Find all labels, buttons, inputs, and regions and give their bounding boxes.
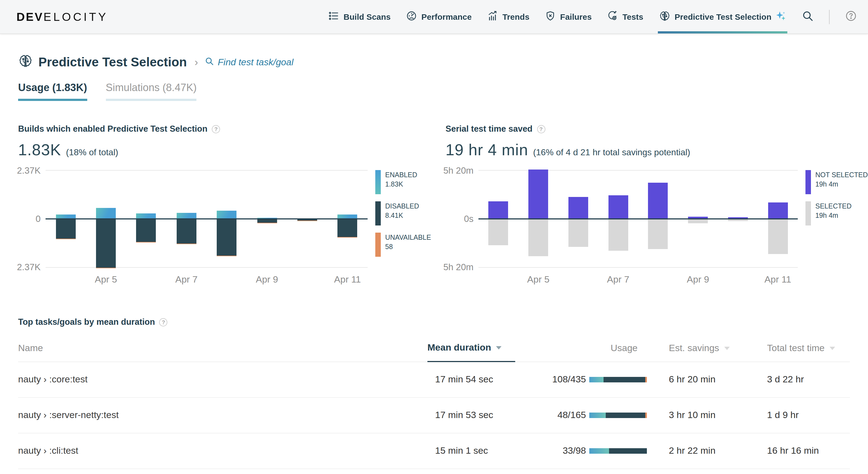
nav-item-label: Performance — [422, 12, 472, 22]
table-row[interactable]: nauty › :core:test17 min 54 sec108/4356 … — [18, 362, 850, 398]
unavailable-bar — [136, 242, 156, 243]
unavailable-bar — [338, 237, 358, 237]
charts-row: Builds which enabled Predictive Test Sel… — [18, 124, 850, 287]
y-tick: 2.37K — [17, 262, 40, 273]
selected-bar — [568, 219, 588, 247]
usage-bar-selected-segment — [589, 413, 606, 418]
disabled-bar — [217, 219, 237, 256]
y-axis: 5h 20m 0s 5h 20m — [445, 170, 478, 268]
table-row[interactable]: nauty › :server-netty:test17 min 53 sec4… — [18, 398, 850, 433]
unavailable-bar — [56, 239, 75, 239]
nav-item-trends[interactable]: Trends — [487, 0, 529, 33]
usage-bar — [589, 377, 647, 382]
nav-item-build-scans[interactable]: Build Scans — [328, 0, 391, 33]
est-savings-value: 6 hr 20 min — [663, 374, 762, 385]
column-header-total-test-time[interactable]: Total test time — [762, 333, 850, 361]
usage-bar-remaining-segment — [609, 448, 647, 454]
help-button[interactable] — [845, 9, 857, 24]
selected-bar — [528, 219, 548, 256]
legend-item-not-selected: NOT SELECTED19h 4m — [805, 170, 850, 194]
x-tick-label: Apr 5 — [95, 274, 117, 285]
help-tooltip-icon[interactable]: ? — [537, 125, 545, 133]
time-saved-chart-legend: NOT SELECTED19h 4mSELECTED19h 4m — [798, 170, 850, 287]
help-tooltip-icon[interactable]: ? — [212, 125, 220, 133]
mean-duration-value: 17 min 53 sec — [427, 410, 515, 421]
time-saved-chart-block: Serial test time saved ? 19 hr 4 min (16… — [445, 124, 850, 287]
total-test-time-value: 1 d 9 hr — [762, 410, 850, 421]
nav-active-underline — [658, 31, 787, 33]
usage-ratio: 108/435 — [552, 374, 586, 385]
unavailable-bar — [217, 256, 237, 256]
time-saved-chart-value: 19 hr 4 min — [445, 141, 528, 159]
nav-item-predictive-test-selection[interactable]: Predictive Test Selection — [659, 0, 786, 33]
legend-swatch — [805, 201, 811, 225]
brain-icon — [18, 54, 33, 71]
nav-item-label: Build Scans — [343, 12, 391, 22]
y-tick: 0s — [464, 214, 473, 224]
gauge-icon — [406, 10, 417, 23]
enabled-bar — [177, 213, 196, 218]
not-selected-bar — [528, 169, 548, 218]
column-header-est-savings[interactable]: Est. savings — [663, 333, 762, 361]
nav-item-tests[interactable]: Tests — [607, 0, 643, 33]
find-link-label: Find test task/goal — [218, 57, 293, 68]
y-tick: 5h 20m — [443, 165, 473, 176]
search-button[interactable] — [802, 9, 814, 24]
x-tick-label: Apr 11 — [764, 274, 791, 285]
zero-axis-line — [478, 218, 798, 219]
legend-swatch — [375, 201, 381, 225]
nav-item-label: Trends — [502, 12, 529, 22]
help-icon — [845, 9, 857, 24]
builds-chart-value: 1.83K — [18, 141, 61, 159]
tab-label: Usage (1.83K) — [18, 82, 87, 94]
nav-item-failures[interactable]: Failures — [545, 0, 592, 33]
not-selected-bar — [568, 197, 588, 218]
sort-icon — [830, 346, 835, 350]
tab-simulations[interactable]: Simulations (8.47K) — [105, 82, 197, 101]
x-tick-label: Apr 7 — [175, 274, 197, 285]
legend-item-selected: SELECTED19h 4m — [805, 201, 850, 225]
usage-ratio: 33/98 — [563, 445, 586, 456]
usage-bar-unavailable-segment — [646, 377, 647, 382]
task-name: nauty › :core:test — [18, 374, 427, 385]
nav-item-performance[interactable]: Performance — [406, 0, 472, 33]
enabled-bar — [217, 211, 237, 218]
top-tasks-table-section: Top tasks/goals by mean duration ? Name … — [18, 317, 850, 469]
task-name: nauty › :server-netty:test — [18, 410, 427, 421]
disabled-bar — [96, 219, 116, 268]
tab-underline — [18, 99, 87, 101]
tab-underline — [105, 99, 197, 101]
time-saved-chart-title: Serial test time saved — [445, 124, 532, 134]
column-header-usage: Usage — [515, 333, 663, 361]
disabled-bar — [56, 219, 75, 239]
unavailable-bar — [257, 223, 277, 223]
sort-desc-icon — [496, 346, 501, 349]
x-tick-label: Apr 7 — [607, 274, 629, 285]
not-selected-bar — [768, 203, 787, 218]
builds-chart-block: Builds which enabled Predictive Test Sel… — [18, 124, 423, 287]
usage-bar — [589, 413, 647, 418]
usage-bar-selected-segment — [589, 377, 604, 382]
find-test-task-link[interactable]: Find test task/goal — [205, 56, 293, 68]
column-header-mean-duration[interactable]: Mean duration — [427, 333, 515, 362]
y-tick: 2.37K — [17, 165, 40, 176]
table-header-row: Name Mean duration Usage Est. savings To… — [18, 333, 850, 362]
y-axis: 2.37K 0 2.37K — [18, 170, 45, 268]
tab-usage[interactable]: Usage (1.83K) — [18, 82, 87, 101]
x-tick-label: Apr 9 — [256, 274, 278, 285]
page-header: Predictive Test Selection › Find test ta… — [18, 54, 850, 71]
page-title: Predictive Test Selection — [38, 55, 187, 70]
legend-item-disabled: DISABLED8.41K — [375, 201, 423, 225]
disabled-bar — [257, 219, 277, 223]
est-savings-value: 2 hr 22 min — [663, 445, 762, 456]
table-row[interactable]: nauty › :cli:test15 min 1 sec33/982 hr 2… — [18, 433, 850, 469]
not-selected-bar — [608, 195, 628, 218]
help-tooltip-icon[interactable]: ? — [159, 318, 167, 326]
not-selected-bar — [489, 201, 508, 218]
table-body: nauty › :core:test17 min 54 sec108/4356 … — [18, 362, 850, 469]
top-navigation: DEVELOCITY Build Scans — [0, 0, 868, 34]
enabled-bar — [136, 213, 156, 218]
bar-trend-icon — [487, 10, 498, 23]
develocity-logo[interactable]: DEVELOCITY — [17, 10, 108, 23]
x-tick-label: Apr 5 — [527, 274, 550, 285]
